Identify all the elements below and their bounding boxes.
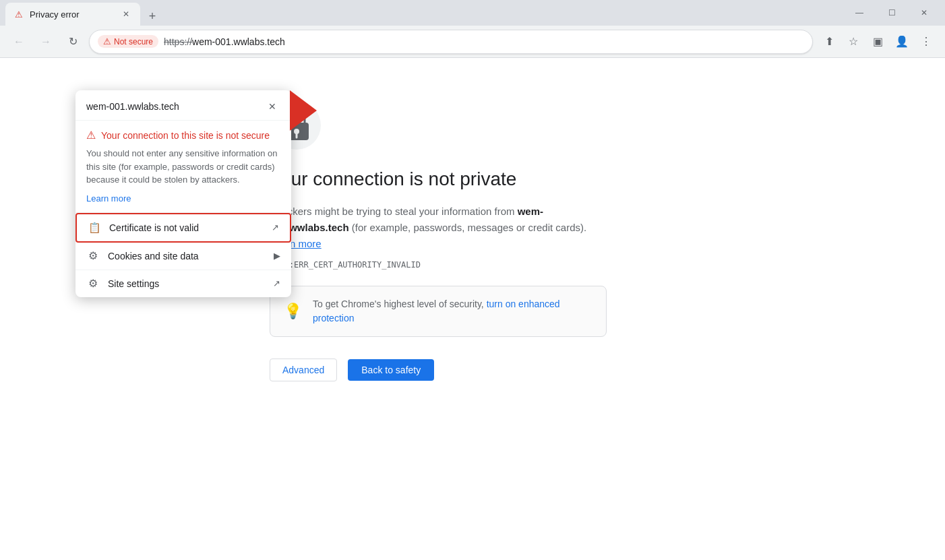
lightbulb-icon: 💡 [284, 303, 302, 320]
error-code: NET::ERR_CERT_AUTHORITY_INVALID [270, 260, 607, 270]
security-warning-icon: ⚠ [103, 36, 111, 46]
address-bar: ← → ↻ ⚠ Not secure https://wem-001.wwlab… [0, 26, 945, 58]
warning-title-text: Your connection to this site is not secu… [101, 130, 270, 141]
title-bar: ⚠ Privacy error ✕ + — ☐ ✕ [0, 0, 945, 26]
url-bar[interactable]: ⚠ Not secure https://wem-001.wwlabs.tech [89, 30, 813, 54]
security-badge-text: Not secure [114, 37, 153, 46]
security-info-dropdown: wem-001.wwlabs.tech ✕ ⚠ Your connection … [75, 90, 291, 297]
bookmark-icon[interactable]: ☆ [843, 31, 864, 53]
certificate-external-link-icon: ↗ [272, 222, 279, 232]
suggestion-text-start: To get Chrome's highest level of securit… [313, 299, 487, 309]
toolbar-icons: ⬆ ☆ ▣ 👤 ⋮ [818, 31, 937, 53]
cookies-item-text: Cookies and site data [108, 251, 266, 261]
security-suggestion-box: 💡 To get Chrome's highest level of secur… [270, 286, 607, 337]
error-desc-end: (for example, passwords, messages or cre… [352, 222, 586, 233]
maximize-button[interactable]: ☐ [876, 0, 907, 26]
tab-title: Privacy error [30, 9, 115, 20]
url-domain: wem-001.wwlabs.tech [192, 36, 285, 47]
tabs-area: ⚠ Privacy error ✕ + [5, 0, 844, 26]
back-button[interactable]: ← [8, 31, 30, 53]
cookies-icon: ⚙ [86, 249, 100, 263]
red-arrow-indicator [290, 90, 317, 131]
dropdown-close-button[interactable]: ✕ [264, 98, 280, 115]
advanced-button[interactable]: Advanced [270, 359, 337, 381]
learn-more-link[interactable]: Learn more [86, 193, 131, 204]
active-tab[interactable]: ⚠ Privacy error ✕ [5, 3, 140, 26]
url-bar-container: ⚠ Not secure https://wem-001.wwlabs.tech [89, 30, 813, 54]
site-settings-text: Site settings [108, 278, 265, 289]
page-content: wem-001.wwlabs.tech ✕ ⚠ Your connection … [0, 58, 945, 560]
error-desc-text: Attackers might be trying to steal your … [270, 206, 514, 217]
menu-icon[interactable]: ⋮ [915, 31, 937, 53]
certificate-icon: 📋 [88, 221, 101, 235]
refresh-button[interactable]: ↻ [62, 31, 84, 53]
url-display: https://wem-001.wwlabs.tech [164, 36, 804, 47]
dropdown-header: wem-001.wwlabs.tech ✕ [75, 90, 291, 121]
suggestion-text: To get Chrome's highest level of securit… [313, 297, 592, 325]
certificate-item-text: Certificate is not valid [109, 222, 264, 233]
profile-icon[interactable]: 👤 [891, 31, 913, 53]
close-window-button[interactable]: ✕ [909, 0, 940, 26]
settings-icon: ⚙ [86, 277, 100, 290]
security-badge[interactable]: ⚠ Not secure [98, 35, 158, 48]
error-title: Your connection is not private [270, 168, 607, 190]
share-icon[interactable]: ⬆ [818, 31, 840, 53]
back-to-safety-button[interactable]: Back to safety [348, 359, 434, 381]
minimize-button[interactable]: — [844, 0, 875, 26]
window-controls: — ☐ ✕ [844, 0, 940, 26]
dropdown-site-name: wem-001.wwlabs.tech [86, 101, 179, 112]
warning-body: You should not enter any sensitive infor… [86, 147, 280, 187]
url-protocol: https:// [164, 36, 192, 47]
security-warning-section: ⚠ Your connection to this site is not se… [75, 121, 291, 213]
site-settings-external-link-icon: ↗ [273, 278, 280, 288]
sidebar-toggle-icon[interactable]: ▣ [867, 31, 888, 53]
cookies-menu-item[interactable]: ⚙ Cookies and site data ▶ [75, 243, 291, 270]
action-buttons: Advanced Back to safety [270, 359, 607, 381]
new-tab-button[interactable]: + [143, 7, 162, 26]
forward-button[interactable]: → [35, 31, 57, 53]
certificate-menu-item[interactable]: 📋 Certificate is not valid ↗ [75, 213, 291, 243]
tab-close-button[interactable]: ✕ [120, 8, 132, 20]
cookies-chevron-icon: ▶ [274, 251, 280, 261]
site-settings-menu-item[interactable]: ⚙ Site settings ↗ [75, 270, 291, 297]
tab-favicon: ⚠ [13, 9, 24, 20]
security-warning-title: ⚠ Your connection to this site is not se… [86, 129, 280, 142]
error-description: Attackers might be trying to steal your … [270, 204, 607, 252]
warning-red-icon: ⚠ [86, 129, 96, 142]
